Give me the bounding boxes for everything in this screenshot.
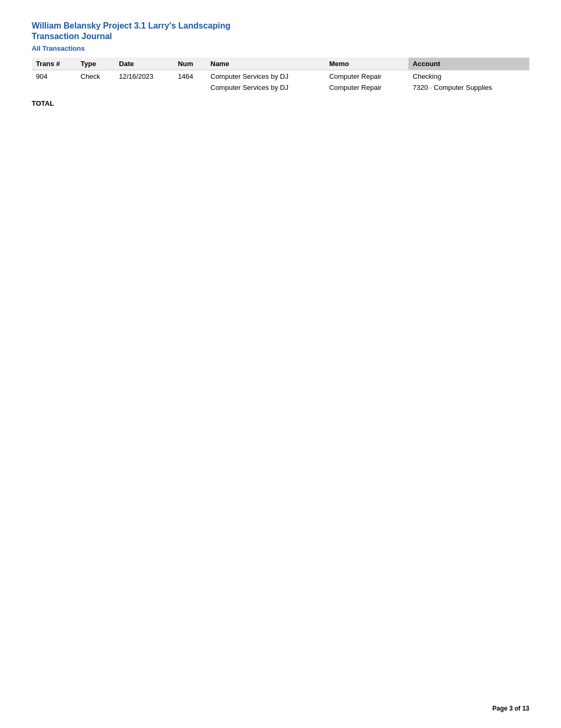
cell-type-2 <box>77 82 115 93</box>
cell-memo-2: Computer Repair <box>325 82 408 93</box>
header-date: Date <box>115 58 173 70</box>
journal-table: Trans # Type Date Num Name Memo Account … <box>32 58 529 93</box>
table-header-row: Trans # Type Date Num Name Memo Account <box>32 58 529 70</box>
cell-trans-2 <box>32 82 77 93</box>
cell-type-1: Check <box>77 70 115 82</box>
header-type: Type <box>77 58 115 70</box>
header-name: Name <box>207 58 325 70</box>
report-title-line1: William Belansky Project 3.1 Larry's Lan… <box>32 21 529 31</box>
header-num: Num <box>174 58 207 70</box>
cell-memo-1: Computer Repair <box>325 70 408 82</box>
cell-account-1: Checking <box>408 70 529 82</box>
report-title-line2: Transaction Journal <box>32 32 529 41</box>
cell-trans-1: 904 <box>32 70 77 82</box>
header-memo: Memo <box>325 58 408 70</box>
page-container: William Belansky Project 3.1 Larry's Lan… <box>0 0 561 128</box>
page-footer: Page 3 of 13 <box>492 705 529 712</box>
table-row: Computer Services by DJ Computer Repair … <box>32 82 529 93</box>
cell-num-2 <box>174 82 207 93</box>
cell-num-1: 1464 <box>174 70 207 82</box>
header-trans: Trans # <box>32 58 77 70</box>
cell-account-2: 7320 · Computer Supplies <box>408 82 529 93</box>
cell-name-1: Computer Services by DJ <box>207 70 325 82</box>
total-label: TOTAL <box>32 99 529 107</box>
cell-date-2 <box>115 82 173 93</box>
cell-name-2: Computer Services by DJ <box>207 82 325 93</box>
cell-date-1: 12/16/2023 <box>115 70 173 82</box>
table-row: 904 Check 12/16/2023 1464 Computer Servi… <box>32 70 529 82</box>
report-subtitle: All Transactions <box>32 44 529 52</box>
header-account: Account <box>408 58 529 70</box>
